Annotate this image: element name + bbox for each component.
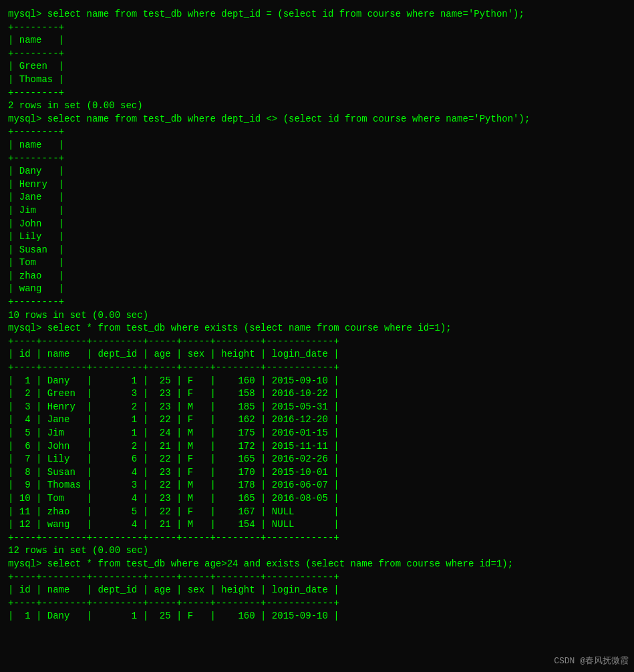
terminal-line: | name | (8, 139, 626, 152)
terminal-line: +--------+ (8, 296, 626, 309)
terminal-line: | id | name | dept_id | age | sex | heig… (8, 348, 626, 361)
terminal-line: +----+--------+---------+-----+-----+---… (8, 361, 626, 375)
terminal-line: | 3 | Henry | 2 | 23 | M | 185 | 2015-05… (8, 401, 626, 414)
terminal-line: | wang | (8, 283, 626, 296)
terminal-line: | id | name | dept_id | age | sex | heig… (8, 584, 626, 597)
terminal: mysql> select name from test_db where de… (5, 5, 629, 626)
terminal-line: +----+--------+---------+-----+-----+---… (8, 335, 626, 349)
terminal-line: mysql> select name from test_db where de… (8, 113, 626, 126)
terminal-line: | Dany | (8, 165, 626, 178)
terminal-line: | 2 | Green | 3 | 23 | F | 158 | 2016-10… (8, 387, 626, 401)
terminal-line: mysql> select name from test_db where de… (8, 8, 626, 21)
terminal-line: | 8 | Susan | 4 | 23 | F | 170 | 2015-10… (8, 466, 626, 480)
terminal-line: | 9 | Thomas | 3 | 22 | M | 178 | 2016-0… (8, 479, 626, 492)
terminal-line: | Jim | (8, 204, 626, 218)
watermark: CSDN @春风抚微霞 (554, 655, 629, 667)
terminal-line: | 11 | zhao | 5 | 22 | F | 167 | NULL | (8, 506, 626, 519)
terminal-line: | 6 | John | 2 | 21 | M | 172 | 2015-11-… (8, 440, 626, 454)
terminal-line: | zhao | (8, 270, 626, 283)
terminal-line: | Henry | (8, 178, 626, 192)
terminal-line: +--------+ (8, 21, 626, 35)
terminal-line: +--------+ (8, 47, 626, 61)
terminal-line: | Susan | (8, 244, 626, 257)
terminal-line: | Lily | (8, 230, 626, 244)
terminal-line: 10 rows in set (0.00 sec) (8, 309, 626, 323)
terminal-line: | 7 | Lily | 6 | 22 | F | 165 | 2016-02-… (8, 453, 626, 466)
terminal-line: | 12 | wang | 4 | 21 | M | 154 | NULL | (8, 518, 626, 532)
terminal-line: | John | (8, 218, 626, 231)
terminal-line: mysql> select * from test_db where exist… (8, 322, 626, 335)
terminal-line: | 10 | Tom | 4 | 23 | M | 165 | 2016-08-… (8, 492, 626, 506)
terminal-line: +--------+ (8, 126, 626, 139)
terminal-line: | Tom | (8, 257, 626, 270)
terminal-line: | Green | (8, 60, 626, 73)
terminal-line: +--------+ (8, 152, 626, 166)
terminal-line: | name | (8, 34, 626, 47)
terminal-line: +----+--------+---------+-----+-----+---… (8, 571, 626, 584)
terminal-line: | 1 | Dany | 1 | 25 | F | 160 | 2015-09-… (8, 375, 626, 388)
terminal-line: +--------+ (8, 87, 626, 100)
terminal-line: 2 rows in set (0.00 sec) (8, 100, 626, 113)
terminal-line: | 1 | Dany | 1 | 25 | F | 160 | 2015-09-… (8, 610, 626, 623)
terminal-line: | 5 | Jim | 1 | 24 | M | 175 | 2016-01-1… (8, 427, 626, 440)
terminal-line: +----+--------+---------+-----+-----+---… (8, 532, 626, 545)
terminal-line: 12 rows in set (0.00 sec) (8, 544, 626, 558)
terminal-line: mysql> select * from test_db where age>2… (8, 558, 626, 571)
terminal-line: | Jane | (8, 191, 626, 204)
terminal-line: +----+--------+---------+-----+-----+---… (8, 597, 626, 611)
terminal-line: | Thomas | (8, 73, 626, 87)
terminal-line: | 4 | Jane | 1 | 22 | F | 162 | 2016-12-… (8, 413, 626, 427)
